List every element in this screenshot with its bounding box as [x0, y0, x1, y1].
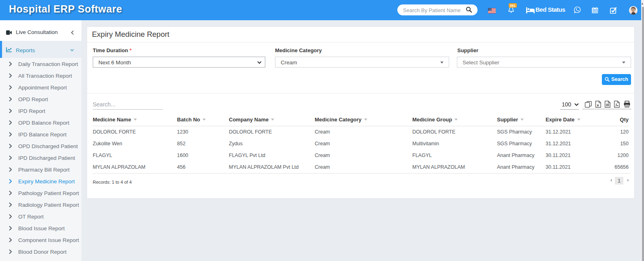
svg-text:x: x — [597, 103, 599, 107]
